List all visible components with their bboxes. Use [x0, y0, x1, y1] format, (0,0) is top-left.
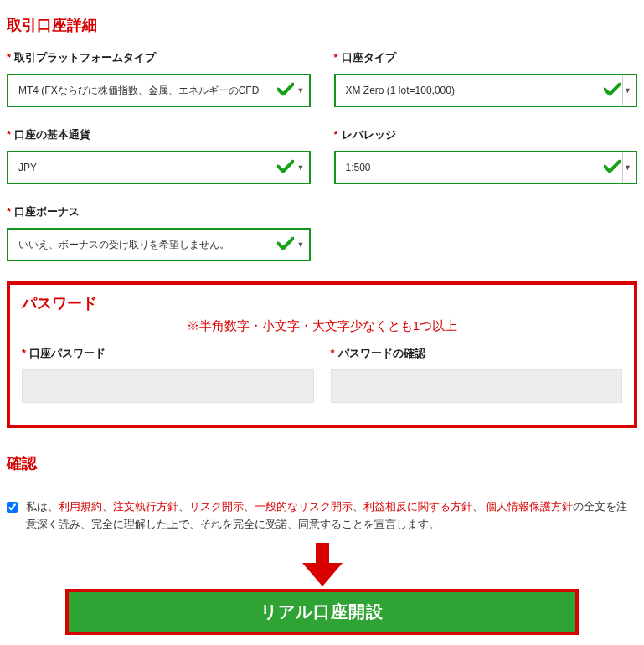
label-account-type: *口座タイプ [334, 50, 638, 65]
section-title-account-detail: 取引口座詳細 [7, 15, 637, 35]
check-icon [277, 160, 294, 176]
confirm-row: 私は、利用規約、注文執行方針、リスク開示、一般的なリスク開示、利益相反に関する方… [7, 498, 637, 534]
select-leverage[interactable]: 1:500 ▼ [334, 151, 638, 184]
label-currency: *口座の基本通貨 [7, 127, 311, 142]
submit-button[interactable]: リアル口座開設 [69, 592, 575, 632]
password-section: パスワード ※半角数字・小文字・大文字少なくとも1つ以上 *口座パスワード *パ… [7, 281, 637, 428]
caret-down-icon: ▼ [296, 230, 306, 260]
link-general-risk[interactable]: 一般的なリスク開示 [255, 501, 353, 513]
link-terms[interactable]: 利用規約 [59, 501, 102, 513]
link-conflict[interactable]: 利益相反に関する方針 [363, 501, 472, 513]
select-currency-value: JPY [18, 162, 279, 173]
check-icon [277, 237, 294, 253]
submit-outline: リアル口座開設 [65, 589, 579, 635]
select-platform-type[interactable]: MT4 (FXならびに株価指数、金属、エネルギーのCFD ▼ [7, 74, 311, 107]
check-icon [604, 160, 621, 176]
password-confirm-input[interactable] [331, 369, 623, 403]
select-account-type-value: XM Zero (1 lot=100,000) [346, 85, 606, 96]
select-bonus-value: いいえ、ボーナスの受け取りを希望しません。 [18, 238, 279, 252]
password-hint: ※半角数字・小文字・大文字少なくとも1つ以上 [22, 318, 622, 334]
select-platform-value: MT4 (FXならびに株価指数、金属、エネルギーのCFD [18, 84, 279, 98]
password-input[interactable] [22, 369, 314, 403]
label-leverage: *レバレッジ [334, 127, 638, 142]
confirm-section: 確認 私は、利用規約、注文執行方針、リスク開示、一般的なリスク開示、利益相反に関… [7, 453, 637, 635]
link-order-exec[interactable]: 注文執行方針 [113, 501, 178, 513]
select-bonus[interactable]: いいえ、ボーナスの受け取りを希望しません。 ▼ [7, 228, 311, 261]
caret-down-icon: ▼ [622, 152, 632, 183]
agree-checkbox[interactable] [7, 501, 18, 513]
link-risk[interactable]: リスク開示 [189, 501, 244, 513]
check-icon [277, 83, 294, 99]
caret-down-icon: ▼ [622, 75, 632, 106]
caret-down-icon: ▼ [296, 75, 306, 106]
confirm-text: 私は、利用規約、注文執行方針、リスク開示、一般的なリスク開示、利益相反に関する方… [26, 498, 637, 534]
label-password-confirm: *パスワードの確認 [331, 346, 623, 361]
section-title-confirm: 確認 [7, 453, 637, 473]
label-bonus: *口座ボーナス [7, 204, 311, 219]
link-privacy[interactable]: 個人情報保護方針 [486, 501, 573, 513]
caret-down-icon: ▼ [296, 152, 306, 183]
select-currency[interactable]: JPY ▼ [7, 151, 311, 184]
arrow-down-icon [7, 543, 637, 589]
account-detail-section: 取引口座詳細 *取引プラットフォームタイプ MT4 (FXならびに株価指数、金属… [7, 15, 637, 261]
select-account-type[interactable]: XM Zero (1 lot=100,000) ▼ [334, 74, 638, 107]
section-title-password: パスワード [22, 293, 622, 313]
label-platform-type: *取引プラットフォームタイプ [7, 50, 311, 65]
check-icon [604, 83, 621, 99]
select-leverage-value: 1:500 [346, 162, 606, 173]
label-password: *口座パスワード [22, 346, 314, 361]
